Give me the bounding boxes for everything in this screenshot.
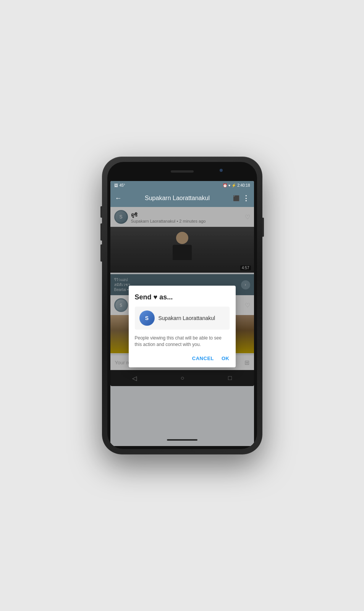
extra-button [100,244,102,262]
dialog-account-name: Supakarn Laorattanakul [159,315,215,321]
status-bar: 🖼 45° ⏰ ▾ ⚡ 2:40:18 [110,181,254,189]
status-right: ⏰ ▾ ⚡ 2:40:18 [223,183,250,188]
time-display: 2:40:18 [237,183,250,188]
dialog-avatar: S [139,310,155,326]
volume-up-button [100,206,102,218]
dialog-info-text: People viewing this chat will be able to… [135,335,230,348]
dialog-title-send: Send [135,293,152,301]
phone-screen-container: 🖼 45° ⏰ ▾ ⚡ 2:40:18 ← Supakarn Laorattan… [107,162,257,449]
temperature-display: 45° [120,183,125,188]
battery-icon: ⚡ [231,183,236,188]
dialog-account-selector[interactable]: S Supakarn Laorattanakul [135,307,230,330]
photo-widget-icon: 🖼 [114,183,118,188]
alarm-icon: ⏰ [223,183,227,188]
phone-device: 🖼 45° ⏰ ▾ ⚡ 2:40:18 ← Supakarn Laorattan… [102,157,262,454]
speaker [171,170,194,173]
dialog-actions: CANCEL OK [135,354,230,363]
dialog-heart-icon: ♥ [154,293,160,301]
cancel-button[interactable]: CANCEL [192,354,214,363]
send-as-dialog: Send ♥ as... S Supakarn Laorattanakul Pe… [129,286,236,367]
camera [220,169,223,172]
wifi-icon: ▾ [228,183,230,188]
toolbar-actions: ⬛ ⋮ [233,194,249,202]
cast-button[interactable]: ⬛ [233,195,239,201]
toolbar: ← Supakarn Laorattanakul ⬛ ⋮ [110,189,254,207]
dialog-title-suffix: as... [159,293,173,301]
page-title: Supakarn Laorattanakul [126,195,229,202]
content-area: S ดูซิ Supakarn Laorattanakul • 2 minute… [110,207,254,446]
dialog-title: Send ♥ as... [135,293,230,301]
dialog-overlay: Send ♥ as... S Supakarn Laorattanakul Pe… [110,207,254,446]
back-button[interactable]: ← [115,194,122,202]
screen: 🖼 45° ⏰ ▾ ⚡ 2:40:18 ← Supakarn Laorattan… [110,181,254,446]
status-left: 🖼 45° [114,183,125,188]
volume-down-button [100,223,102,241]
ok-button[interactable]: OK [222,354,230,363]
power-button [262,218,264,237]
more-options-button[interactable]: ⋮ [243,194,249,202]
